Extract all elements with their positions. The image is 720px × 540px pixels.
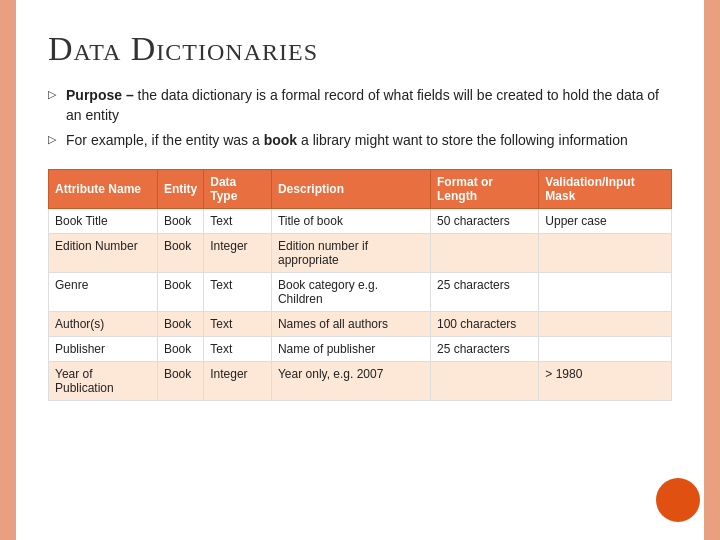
page-title: Data Dictionaries [48, 30, 672, 68]
table-cell: Author(s) [49, 311, 158, 336]
table-cell: Year of Publication [49, 361, 158, 400]
table-row: PublisherBookTextName of publisher25 cha… [49, 336, 672, 361]
table-cell: Book Title [49, 208, 158, 233]
col-header-entity: Entity [157, 169, 203, 208]
orange-circle-decoration [656, 478, 700, 522]
slide-page: Data Dictionaries Purpose – the data dic… [0, 0, 720, 540]
bullet-1-bold: Purpose – [66, 87, 134, 103]
left-border [8, 0, 16, 540]
table-cell: 25 characters [430, 336, 538, 361]
table-cell: 25 characters [430, 272, 538, 311]
table-header-row: Attribute Name Entity Data Type Descript… [49, 169, 672, 208]
table-row: GenreBookTextBook category e.g. Children… [49, 272, 672, 311]
table-cell: > 1980 [539, 361, 672, 400]
table-cell: Year only, e.g. 2007 [271, 361, 430, 400]
table-cell: Text [204, 272, 272, 311]
table-cell: Text [204, 336, 272, 361]
table-cell: 50 characters [430, 208, 538, 233]
table-cell [539, 311, 672, 336]
table-row: Edition NumberBookIntegerEdition number … [49, 233, 672, 272]
col-header-attribute: Attribute Name [49, 169, 158, 208]
bullet-list: Purpose – the data dictionary is a forma… [48, 86, 672, 151]
table-cell: Edition number if appropriate [271, 233, 430, 272]
table-cell: Genre [49, 272, 158, 311]
table-row: Book TitleBookTextTitle of book50 charac… [49, 208, 672, 233]
table-cell: Book [157, 208, 203, 233]
bullet-2-bold: book [264, 132, 297, 148]
table-cell: Book [157, 272, 203, 311]
table-row: Year of PublicationBookIntegerYear only,… [49, 361, 672, 400]
table-cell: Title of book [271, 208, 430, 233]
table-cell: Publisher [49, 336, 158, 361]
table-cell: Upper case [539, 208, 672, 233]
table-cell [539, 336, 672, 361]
table-cell [430, 233, 538, 272]
table-cell: Book category e.g. Children [271, 272, 430, 311]
table-cell: 100 characters [430, 311, 538, 336]
table-cell: Text [204, 311, 272, 336]
table-cell: Book [157, 336, 203, 361]
bullet-item-2: For example, if the entity was a book a … [48, 131, 672, 151]
table-cell: Book [157, 311, 203, 336]
table-cell: Text [204, 208, 272, 233]
col-header-validation: Validation/Input Mask [539, 169, 672, 208]
col-header-description: Description [271, 169, 430, 208]
bullet-item-1: Purpose – the data dictionary is a forma… [48, 86, 672, 125]
table-cell: Integer [204, 233, 272, 272]
table-cell [539, 272, 672, 311]
table-cell: Edition Number [49, 233, 158, 272]
col-header-format: Format or Length [430, 169, 538, 208]
table-cell: Names of all authors [271, 311, 430, 336]
table-cell: Book [157, 233, 203, 272]
table-cell [430, 361, 538, 400]
table-cell: Name of publisher [271, 336, 430, 361]
data-dictionary-table: Attribute Name Entity Data Type Descript… [48, 169, 672, 401]
table-row: Author(s)BookTextNames of all authors100… [49, 311, 672, 336]
table-cell: Book [157, 361, 203, 400]
right-border [704, 0, 712, 540]
col-header-datatype: Data Type [204, 169, 272, 208]
table-cell [539, 233, 672, 272]
table-cell: Integer [204, 361, 272, 400]
table-body: Book TitleBookTextTitle of book50 charac… [49, 208, 672, 400]
